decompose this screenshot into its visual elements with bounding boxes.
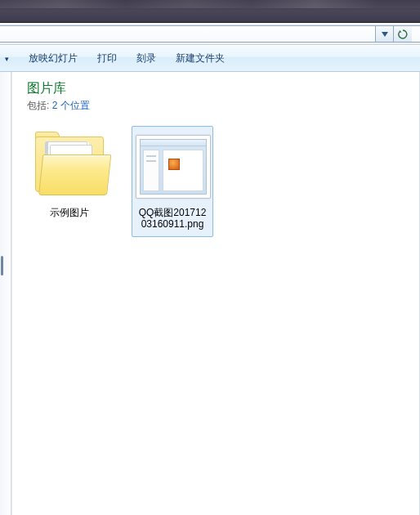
address-bar[interactable] [0, 25, 376, 43]
library-subtitle: 包括: 2 个位置 [27, 99, 409, 113]
content-pane: 图片库 包括: 2 个位置 示例图片 [12, 72, 420, 515]
window-titlebar-background [0, 0, 420, 23]
explorer-body: 图片库 包括: 2 个位置 示例图片 [0, 72, 420, 515]
library-title: 图片库 [27, 80, 409, 97]
toolbar-slideshow-button[interactable]: 放映幻灯片 [19, 45, 87, 72]
toolbar-overflow-left[interactable] [3, 45, 19, 72]
toolbar-burn-button[interactable]: 刻录 [127, 45, 166, 72]
items-view: 示例图片 QQ截图20171203160911.png [27, 126, 409, 237]
nav-pane-edge [0, 72, 11, 515]
folder-item[interactable]: 示例图片 [29, 126, 110, 226]
command-toolbar: 放映幻灯片 打印 刻录 新建文件夹 [0, 45, 420, 72]
image-thumbnail [134, 132, 212, 202]
image-item[interactable]: QQ截图20171203160911.png [132, 126, 213, 237]
folder-icon [34, 137, 107, 197]
includes-label: 包括: [27, 100, 52, 111]
refresh-icon [398, 29, 408, 39]
nav-scroll-thumb[interactable] [1, 256, 3, 275]
item-label: 示例图片 [31, 207, 108, 223]
address-row [0, 23, 420, 45]
search-box-edge[interactable] [412, 25, 420, 43]
titlebar-highlight [0, 0, 420, 8]
item-label: QQ截图20171203160911.png [134, 207, 211, 235]
refresh-button[interactable] [394, 25, 412, 43]
toolbar-print-button[interactable]: 打印 [87, 45, 127, 72]
includes-locations-link[interactable]: 2 个位置 [52, 100, 90, 111]
folder-thumbnail [31, 132, 109, 202]
toolbar-new-folder-button[interactable]: 新建文件夹 [166, 45, 235, 72]
chevron-down-icon [382, 32, 388, 37]
history-dropdown-button[interactable] [376, 25, 394, 43]
